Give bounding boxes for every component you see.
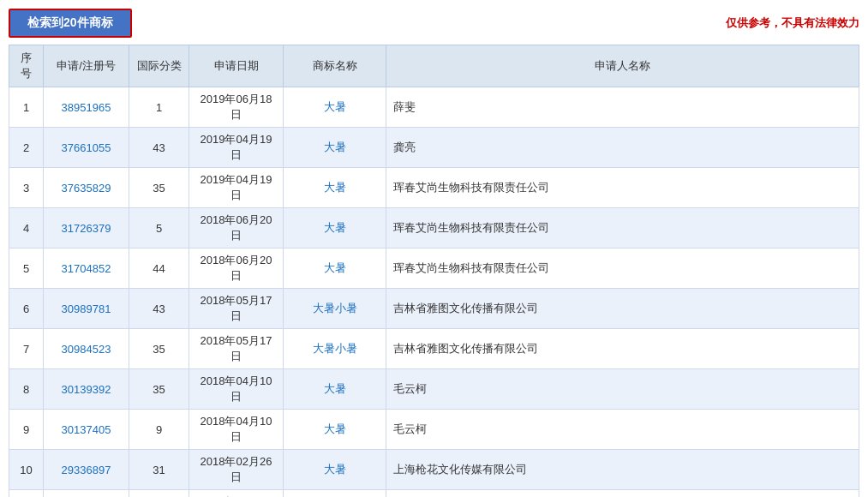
cell-seq: 5 [9,248,44,289]
trademark-link[interactable]: 大暑 [324,463,346,476]
cell-appdate: 2018年05月17日 [189,289,284,329]
cell-trademark[interactable]: 大暑 [284,208,386,248]
table-row: 531704852442018年06月20日大暑珲春艾尚生物科技有限责任公司 [9,248,859,289]
cell-applicant: 珲春艾尚生物科技有限责任公司 [386,168,859,208]
appno-link[interactable]: 30984523 [62,343,111,356]
appno-link[interactable]: 31704852 [62,262,111,275]
col-header-appdate: 申请日期 [189,45,284,87]
trademark-link[interactable]: 大暑 [324,221,346,234]
col-header-applicant: 申请人名称 [386,45,859,87]
table-container: 序号 申请/注册号 国际分类 申请日期 商标名称 申请人名称 138951965… [0,45,868,497]
cell-applicant: 上海枪花文化传媒有限公司 [386,450,859,490]
cell-intcls: 9 [129,410,189,450]
appno-link[interactable]: 30139392 [62,383,111,396]
cell-appno[interactable]: 30984523 [44,329,129,369]
trademark-link[interactable]: 大暑 [324,382,346,395]
cell-trademark[interactable]: 大暑 [284,168,386,208]
cell-seq: 3 [9,168,44,208]
col-header-name: 商标名称 [284,45,386,87]
cell-appno[interactable]: 38951965 [44,87,129,128]
cell-intcls: 35 [129,329,189,369]
cell-appdate: 2019年04月19日 [189,168,284,208]
cell-appno[interactable]: 37635829 [44,168,129,208]
trademark-link[interactable]: 大暑小暑 [313,342,357,355]
cell-intcls: 5 [129,208,189,248]
cell-seq: 2 [9,128,44,168]
trademark-link[interactable]: 大暑 [324,422,346,435]
cell-seq: 1 [9,87,44,128]
cell-appdate: 2019年06月18日 [189,87,284,128]
cell-applicant: 珲春艾尚生物科技有限责任公司 [386,248,859,289]
cell-appno[interactable]: 31704852 [44,248,129,289]
trademark-link[interactable]: 大暑 [324,181,346,194]
appno-link[interactable]: 30137405 [62,423,111,436]
cell-seq: 9 [9,410,44,450]
table-row: 13895196512019年06月18日大暑薛斐 [9,87,859,128]
table-row: 337635829352019年04月19日大暑珲春艾尚生物科技有限责任公司 [9,168,859,208]
trademark-link[interactable]: 大暑 [324,261,346,274]
appno-link[interactable]: 30989781 [62,302,111,315]
cell-appno[interactable]: 30137405 [44,410,129,450]
cell-appno[interactable]: 37661055 [44,128,129,168]
table-row: 630989781432018年05月17日大暑小暑吉林省雅图文化传播有限公司 [9,289,859,329]
col-header-intcls: 国际分类 [129,45,189,87]
cell-seq: 11 [9,490,44,498]
table-row: 237661055432019年04月19日大暑龚亮 [9,128,859,168]
appno-link[interactable]: 37635829 [62,182,111,195]
page-wrapper: 检索到20件商标 仅供参考，不具有法律效力 序号 申请/注册号 国际分类 申请日… [0,0,868,497]
cell-appno[interactable]: 30989781 [44,289,129,329]
cell-appno[interactable]: 28247146 [44,490,129,498]
cell-appno[interactable]: 29336897 [44,450,129,490]
cell-intcls: 44 [129,248,189,289]
trademark-link[interactable]: 大暑 [324,100,346,113]
appno-link[interactable]: 37661055 [62,141,111,154]
cell-trademark[interactable]: 大暑 [284,410,386,450]
col-header-appno: 申请/注册号 [44,45,129,87]
trademark-table: 序号 申请/注册号 国际分类 申请日期 商标名称 申请人名称 138951965… [9,45,859,497]
cell-trademark[interactable]: 大暑 [284,87,386,128]
table-row: 93013740592018年04月10日大暑毛云柯 [9,410,859,450]
search-result-button[interactable]: 检索到20件商标 [9,9,132,38]
cell-applicant: 珲春艾尚生物科技有限责任公司 [386,208,859,248]
cell-seq: 7 [9,329,44,369]
cell-appno[interactable]: 31726379 [44,208,129,248]
cell-intcls: 35 [129,168,189,208]
cell-trademark[interactable]: 大暑 [284,128,386,168]
trademark-link[interactable]: 大暑小暑 [313,302,357,314]
appno-link[interactable]: 38951965 [62,101,111,114]
cell-trademark[interactable]: 大暑 [284,490,386,498]
cell-appdate: 2018年02月26日 [189,450,284,490]
table-row: 730984523352018年05月17日大暑小暑吉林省雅图文化传播有限公司 [9,329,859,369]
cell-intcls: 43 [129,289,189,329]
cell-appdate: 2018年06月20日 [189,208,284,248]
cell-trademark[interactable]: 大暑 [284,450,386,490]
cell-seq: 6 [9,289,44,329]
cell-intcls: 5 [129,490,189,498]
cell-appdate: 2019年04月19日 [189,128,284,168]
cell-appno[interactable]: 30139392 [44,369,129,410]
cell-seq: 8 [9,369,44,410]
cell-applicant: 青岛清原抗性杂草防治有限公司 [386,490,859,498]
appno-link[interactable]: 31726379 [62,222,111,235]
cell-seq: 4 [9,208,44,248]
col-header-seq: 序号 [9,45,44,87]
cell-trademark[interactable]: 大暑 [284,248,386,289]
cell-intcls: 43 [129,128,189,168]
cell-trademark[interactable]: 大暑小暑 [284,289,386,329]
cell-seq: 10 [9,450,44,490]
cell-applicant: 吉林省雅图文化传播有限公司 [386,329,859,369]
cell-applicant: 毛云柯 [386,369,859,410]
cell-trademark[interactable]: 大暑 [284,369,386,410]
table-row: 112824714652017年12月21日大暑青岛清原抗性杂草防治有限公司 [9,490,859,498]
cell-applicant: 毛云柯 [386,410,859,450]
appno-link[interactable]: 29336897 [62,464,111,476]
trademark-link[interactable]: 大暑 [324,141,346,153]
cell-appdate: 2018年06月20日 [189,248,284,289]
cell-intcls: 1 [129,87,189,128]
table-row: 1029336897312018年02月26日大暑上海枪花文化传媒有限公司 [9,450,859,490]
cell-trademark[interactable]: 大暑小暑 [284,329,386,369]
header-bar: 检索到20件商标 仅供参考，不具有法律效力 [0,9,868,38]
disclaimer-text: 仅供参考，不具有法律效力 [726,15,859,31]
cell-applicant: 薛斐 [386,87,859,128]
table-row: 830139392352018年04月10日大暑毛云柯 [9,369,859,410]
